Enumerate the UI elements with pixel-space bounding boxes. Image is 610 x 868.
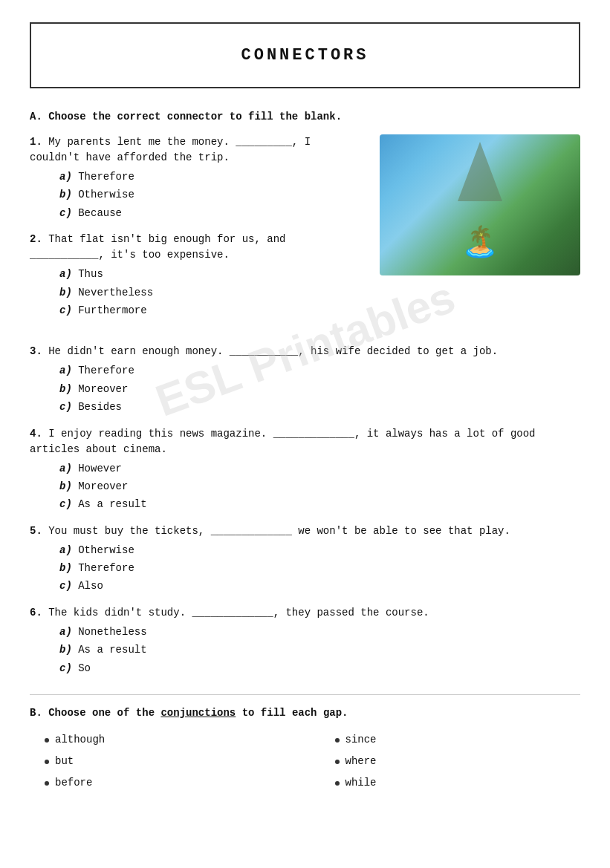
question-4-options: a) However b) Moreover c) As a result: [30, 460, 580, 513]
conj-since-text: since: [345, 731, 377, 749]
option-1c: c) Because: [59, 205, 365, 221]
section-b-label: B. Choose one of the conjunctions to fil…: [30, 707, 580, 719]
question-2-text: 2. That flat isn't big enough for us, an…: [30, 232, 365, 263]
option-1a: a) Therefore: [59, 169, 365, 185]
conj-although-text: although: [55, 731, 105, 749]
bullet-icon: [45, 760, 49, 764]
option-6a: a) Nonetheless: [59, 624, 580, 640]
page: ESL Printables CONNECTORS A. Choose the …: [30, 22, 580, 839]
title-box: CONNECTORS: [30, 22, 580, 88]
section-a: 1. My parents lent me the money. _______…: [30, 134, 580, 329]
option-5b: b) Therefore: [59, 560, 580, 576]
question-4-text: 4. I enjoy reading this news magazine. _…: [30, 426, 580, 457]
option-2a: a) Thus: [59, 266, 365, 282]
option-4b: b) Moreover: [59, 478, 580, 495]
conj-while: while: [335, 774, 581, 792]
section-a-label: A. Choose the correct connector to fill …: [30, 111, 580, 123]
conjunctions-grid: although since but where before while: [30, 731, 580, 793]
page-title: CONNECTORS: [46, 46, 564, 65]
conj-although: although: [45, 731, 291, 749]
question-5-options: a) Otherwise b) Therefore c) Also: [30, 542, 580, 595]
option-6c: c) So: [59, 660, 580, 676]
question-4: 4. I enjoy reading this news magazine. _…: [30, 426, 580, 513]
question-1-text: 1. My parents lent me the money. _______…: [30, 134, 365, 166]
conj-since: since: [335, 731, 581, 749]
option-3a: a) Therefore: [59, 362, 580, 379]
bullet-icon: [45, 781, 49, 786]
question-3-options: a) Therefore b) Moreover c) Besides: [30, 362, 580, 415]
tropical-image: [380, 134, 580, 275]
question-2: 2. That flat isn't big enough for us, an…: [30, 232, 365, 319]
question-1-options: a) Therefore b) Otherwise c) Because: [30, 169, 365, 221]
bullet-icon: [335, 738, 340, 743]
section-b: B. Choose one of the conjunctions to fil…: [30, 694, 580, 793]
option-1b: b) Otherwise: [59, 186, 365, 203]
option-5c: c) Also: [59, 578, 580, 594]
conj-before-text: before: [55, 774, 92, 792]
bullet-icon: [335, 781, 340, 786]
option-2b: b) Nevertheless: [59, 284, 365, 301]
option-3c: c) Besides: [59, 399, 580, 415]
question-3-text: 3. He didn't earn enough money. ________…: [30, 344, 580, 359]
conj-but: but: [45, 752, 291, 771]
bullet-icon: [45, 738, 49, 743]
bullet-icon: [335, 760, 340, 764]
image-column: [380, 134, 580, 329]
conj-where: where: [335, 752, 581, 771]
conj-before: before: [45, 774, 291, 792]
questions-full-width: 3. He didn't earn enough money. ________…: [30, 344, 580, 676]
question-3: 3. He didn't earn enough money. ________…: [30, 344, 580, 415]
questions-column: 1. My parents lent me the money. _______…: [30, 134, 365, 329]
option-4a: a) However: [59, 460, 580, 477]
question-1: 1. My parents lent me the money. _______…: [30, 134, 365, 221]
question-6: 6. The kids didn't study. _____________,…: [30, 605, 580, 676]
option-3b: b) Moreover: [59, 381, 580, 397]
conj-but-text: but: [55, 752, 74, 771]
option-2c: c) Furthermore: [59, 302, 365, 319]
conj-while-text: while: [345, 774, 377, 792]
option-6b: b) As a result: [59, 642, 580, 658]
option-5a: a) Otherwise: [59, 542, 580, 558]
option-4c: c) As a result: [59, 496, 580, 512]
conj-where-text: where: [345, 752, 377, 771]
question-6-text: 6. The kids didn't study. _____________,…: [30, 605, 580, 621]
question-5-text: 5. You must buy the tickets, ___________…: [30, 523, 580, 539]
question-2-options: a) Thus b) Nevertheless c) Furthermore: [30, 266, 365, 319]
question-6-options: a) Nonetheless b) As a result c) So: [30, 624, 580, 676]
question-5: 5. You must buy the tickets, ___________…: [30, 523, 580, 595]
